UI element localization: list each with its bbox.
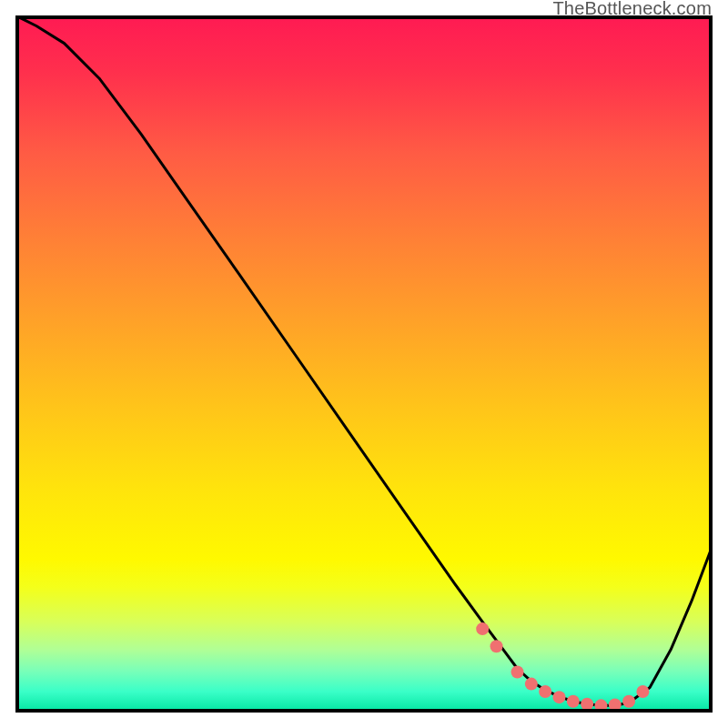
curve-marker	[594, 699, 607, 712]
curve-marker	[552, 691, 565, 703]
curve-marker	[476, 622, 489, 635]
chart-container: TheBottleneck.com	[0, 0, 728, 728]
curve-marker	[525, 678, 538, 691]
curve-marker	[581, 698, 593, 711]
curve-marker	[539, 685, 551, 698]
curve-marker	[567, 695, 580, 708]
curve-marker	[490, 640, 503, 652]
curve-marker	[511, 666, 524, 679]
chart-svg	[15, 15, 713, 713]
curve-marker	[609, 699, 622, 712]
plot-area	[15, 15, 713, 713]
curve-markers	[476, 622, 649, 712]
curve-marker	[636, 685, 649, 698]
bottleneck-curve-path	[15, 15, 713, 705]
bottleneck-curve	[15, 15, 713, 705]
curve-marker	[622, 695, 635, 708]
